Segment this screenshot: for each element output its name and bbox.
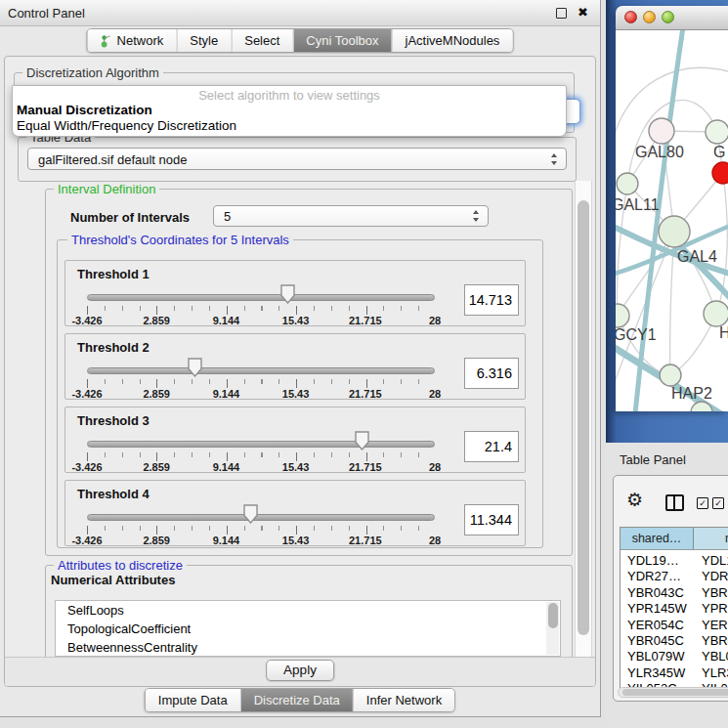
threshold-4-slider-thumb[interactable] — [243, 504, 258, 528]
table-panel-region: Table Panel ⚙ ✓ ✓ shared… n YDL19…YDL1 Y… — [606, 443, 728, 728]
slider-major-ticks — [87, 452, 436, 461]
cell: YDR27… — [621, 569, 693, 584]
tick-label: 15.43 — [282, 461, 310, 473]
numerical-attributes-label: Numerical Attributes — [51, 573, 175, 587]
list-item-topologicalcoefficient[interactable]: TopologicalCoefficient — [56, 620, 560, 638]
threshold-1-box: Threshold 1 -3.426 2.859 9.144 15.43 21.… — [64, 260, 526, 326]
threshold-3-slider-thumb[interactable] — [355, 431, 369, 454]
node-label-partial-h: H — [719, 324, 728, 341]
tick-label: -3.426 — [71, 315, 102, 326]
node-label-partial-g: G — [713, 144, 725, 160]
close-traffic-light[interactable] — [624, 11, 637, 23]
network-canvas[interactable]: GAL80 G GAL11 GAL4 GCY1 H HAP2 — [616, 30, 728, 411]
tab-infer-network[interactable]: Infer Network — [353, 689, 454, 711]
node-attribute-table: shared… n YDL19…YDL1 YDR27…YDR2 YBR043CY… — [620, 527, 728, 693]
table-body: YDL19…YDL1 YDR27…YDR2 YBR043CYBR0 YPR145… — [621, 550, 728, 692]
settings-gear-icon[interactable]: ⚙ — [626, 491, 643, 509]
table-row[interactable]: YDL19…YDL1 — [621, 553, 728, 569]
cell: YBR0 — [693, 585, 728, 601]
node-partial-top-right[interactable] — [706, 120, 728, 144]
attributes-group-title: Attributes to discretize — [54, 558, 187, 573]
algorithm-hint-text: Select algorithm to view settings — [13, 88, 566, 103]
tick-label: 21.715 — [349, 388, 382, 400]
node-gal80[interactable] — [649, 118, 674, 144]
threshold-1-value-field[interactable]: 14.713 — [464, 284, 519, 316]
tab-label: Cyni Toolbox — [306, 33, 378, 48]
cell: YBR045C — [621, 633, 693, 649]
table-row[interactable]: YBR043CYBR0 — [621, 585, 728, 601]
threshold-4-value-field[interactable]: 11.344 — [464, 504, 519, 535]
threshold-2-slider-thumb[interactable] — [188, 358, 202, 381]
panel-vertical-scrollbar[interactable] — [575, 181, 592, 660]
number-of-intervals-combobox[interactable]: 5 — [213, 205, 489, 227]
node-label-gal11: GAL11 — [616, 196, 660, 213]
threshold-3-box: Threshold 3 -3.426 2.859 9.144 15.43 21.… — [64, 407, 526, 473]
checkbox-icon-2[interactable]: ✓ — [712, 497, 724, 509]
table-header-row: shared… n — [621, 528, 728, 550]
table-data-combobox[interactable]: galFiltered.sif default node — [27, 148, 567, 170]
table-row[interactable]: YLR345WYLR3 — [621, 665, 728, 681]
threshold-2-slider-track[interactable] — [87, 367, 435, 374]
node-hap2[interactable] — [660, 364, 681, 386]
bottom-tab-bar: Impute Data Discretize Data Infer Networ… — [145, 688, 455, 712]
network-window-titlebar — [616, 6, 728, 30]
cyni-toolbox-panel: Discretization Algorithm Select algorith… — [4, 56, 596, 687]
column-header-shared[interactable]: shared… — [621, 528, 694, 549]
tab-select[interactable]: Select — [231, 29, 292, 52]
threshold-1-slider-thumb[interactable] — [280, 284, 295, 308]
tick-label: 2.859 — [143, 461, 170, 473]
dropdown-option-manual-discretization[interactable]: Manual Discretization — [17, 103, 152, 117]
tick-label: 15.43 — [282, 535, 310, 546]
number-of-intervals-label: Number of Intervals — [70, 210, 190, 225]
tab-network[interactable]: Network — [88, 29, 177, 52]
stepper-icon — [551, 153, 558, 165]
threshold-2-value-field[interactable]: 6.316 — [464, 358, 519, 389]
node-gal4[interactable] — [659, 216, 690, 247]
dropdown-option-equal-width-frequency[interactable]: Equal Width/Frequency Discretization — [17, 118, 236, 133]
list-item-selfloops[interactable]: SelfLoops — [56, 601, 560, 620]
table-row[interactable]: YBL079WYBL0 — [621, 649, 728, 664]
number-of-intervals-value: 5 — [224, 209, 231, 224]
list-item-betweennesscentrality[interactable]: BetweennessCentrality — [56, 638, 560, 657]
zoom-traffic-light[interactable] — [662, 11, 674, 23]
threshold-3-slider-track[interactable] — [87, 441, 435, 448]
column-layout-icon[interactable] — [665, 494, 684, 511]
table-row[interactable]: YDR27…YDR2 — [621, 569, 728, 584]
cell: YBR0 — [693, 633, 728, 649]
tab-label: Impute Data — [158, 693, 228, 707]
tab-style[interactable]: Style — [176, 29, 231, 52]
tab-jactivemnodules[interactable]: jActiveMNodules — [392, 29, 513, 52]
tick-label: 15.43 — [282, 388, 310, 400]
node-gal11[interactable] — [617, 173, 638, 194]
apply-button[interactable]: Apply — [266, 660, 334, 681]
checkbox-icon-1[interactable]: ✓ — [697, 497, 708, 509]
table-row[interactable]: YPR145WYPR1 — [621, 601, 728, 617]
network-view-window: GAL80 G GAL11 GAL4 GCY1 H HAP2 — [616, 6, 728, 411]
tab-cyni-toolbox[interactable]: Cyni Toolbox — [292, 29, 391, 52]
minimize-traffic-light[interactable] — [643, 11, 656, 23]
node-red-selected[interactable] — [712, 162, 728, 184]
node-gcy1[interactable] — [616, 304, 629, 327]
threshold-1-label: Threshold 1 — [77, 267, 150, 281]
scrollbar-thumb[interactable] — [548, 603, 558, 628]
threshold-1-slider-track[interactable] — [87, 294, 435, 301]
tab-impute-data[interactable]: Impute Data — [146, 689, 240, 711]
table-row[interactable]: YER054CYER0 — [621, 618, 728, 633]
close-icon[interactable]: ✖ — [578, 5, 588, 20]
table-row[interactable]: YBR045CYBR0 — [621, 633, 728, 649]
threshold-3-value-field[interactable]: 21.4 — [464, 431, 519, 462]
slider-tick-labels: -3.426 2.859 9.144 15.43 21.715 28 — [87, 461, 435, 473]
cell: YBL079W — [621, 649, 693, 664]
tab-discretize-data[interactable]: Discretize Data — [240, 689, 353, 711]
slider-major-ticks — [87, 379, 436, 388]
scrollbar-thumb[interactable] — [578, 200, 589, 635]
float-window-icon[interactable] — [556, 8, 567, 19]
node-partial-mid-right[interactable] — [704, 301, 728, 326]
threshold-4-slider-track[interactable] — [87, 514, 435, 521]
slider-tick-labels: -3.426 2.859 9.144 15.43 21.715 28 — [87, 535, 435, 546]
tick-label: 2.859 — [143, 535, 170, 546]
list-scrollbar[interactable] — [546, 602, 559, 655]
scrollbar-thumb[interactable] — [622, 689, 728, 696]
column-header-name[interactable]: n — [694, 528, 728, 549]
table-horizontal-scrollbar[interactable] — [618, 687, 728, 698]
